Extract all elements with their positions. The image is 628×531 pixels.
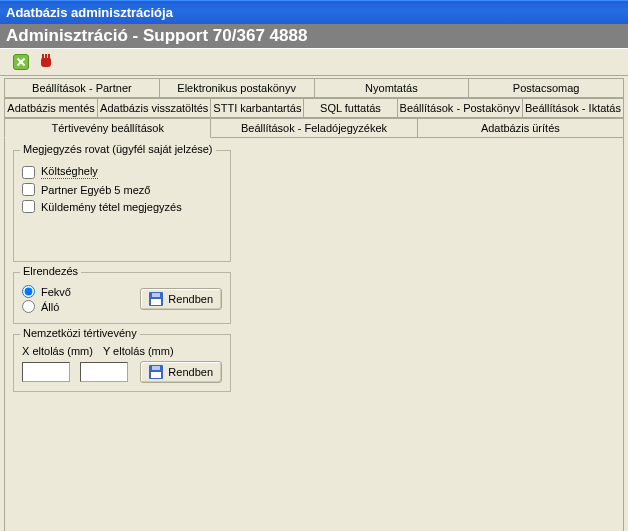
tab-elektronikus-postakonyv[interactable]: Elektronikus postakönyv xyxy=(159,78,315,98)
checkbox-label: Küldemény tétel megjegyzés xyxy=(41,201,182,213)
rendben-button-layout[interactable]: Rendben xyxy=(140,288,222,310)
tab-beallitasok-feladojegyzekek[interactable]: Beállítások - Feladójegyzékek xyxy=(210,118,417,138)
button-label: Rendben xyxy=(168,293,213,305)
group-title: Nemzetközi tértivevény xyxy=(20,327,140,339)
save-icon xyxy=(149,365,163,379)
tab-beallitasok-iktatas[interactable]: Beállítások - Iktatás xyxy=(522,98,624,118)
group-elrendezes: Elrendezés Fekvő Álló Rendben xyxy=(13,272,231,324)
radio-row-fekvo: Fekvő xyxy=(22,285,71,298)
checkbox-label: Partner Egyéb 5 mező xyxy=(41,184,150,196)
rendben-button-intl[interactable]: Rendben xyxy=(140,361,222,383)
group-title: Elrendezés xyxy=(20,265,81,277)
tab-panel: Megjegyzés rovat (ügyfél saját jelzése) … xyxy=(4,138,624,531)
save-icon xyxy=(149,292,163,306)
toolbar xyxy=(0,48,628,76)
checkbox-row-koltseghely: Költséghely xyxy=(22,165,222,179)
y-offset-input[interactable] xyxy=(80,362,128,382)
tab-postacsomag[interactable]: Postacsomag xyxy=(468,78,624,98)
radio-allo[interactable] xyxy=(22,300,35,313)
close-icon xyxy=(13,54,29,70)
window-title: Adatbázis adminisztrációja xyxy=(6,5,173,20)
group-megjegyzes-rovat: Megjegyzés rovat (ügyfél saját jelzése) … xyxy=(13,150,231,262)
tabs: Beállítások - Partner Elektronikus posta… xyxy=(0,76,628,138)
checkbox-row-kuldemeny-megjegyzes: Küldemény tétel megjegyzés xyxy=(22,200,222,213)
tab-adatbazis-urites[interactable]: Adatbázis ürítés xyxy=(417,118,624,138)
checkbox-label: Költséghely xyxy=(41,165,98,179)
tab-beallitasok-partner[interactable]: Beállítások - Partner xyxy=(4,78,160,98)
radio-label: Fekvő xyxy=(41,286,71,298)
tab-adatbazis-visszatoltes[interactable]: Adatbázis visszatöltés xyxy=(97,98,211,118)
tab-tertiveveny-beallitasok[interactable]: Tértivevény beállítások xyxy=(4,118,211,138)
radio-fekvo[interactable] xyxy=(22,285,35,298)
close-button[interactable] xyxy=(12,53,30,71)
group-nemzetkozi-tertiveveny: Nemzetközi tértivevény X eltolás (mm) Y … xyxy=(13,334,231,392)
window-titlebar: Adatbázis adminisztrációja xyxy=(0,0,628,24)
radio-row-allo: Álló xyxy=(22,300,71,313)
hand-stop-icon xyxy=(39,54,55,70)
group-title: Megjegyzés rovat (ügyfél saját jelzése) xyxy=(20,143,216,155)
stop-button[interactable] xyxy=(38,53,56,71)
checkbox-kuldemeny-tetel-megjegyzes[interactable] xyxy=(22,200,35,213)
tab-stti-karbantartas[interactable]: STTI karbantartás xyxy=(210,98,304,118)
x-offset-input[interactable] xyxy=(22,362,70,382)
window-subtitle-bar: Adminisztráció - Support 70/367 4888 xyxy=(0,24,628,48)
tab-row-2: Adatbázis mentés Adatbázis visszatöltés … xyxy=(4,98,624,118)
tab-adatbazis-mentes[interactable]: Adatbázis mentés xyxy=(4,98,98,118)
tab-row-3: Tértivevény beállítások Beállítások - Fe… xyxy=(4,118,624,138)
tab-row-1: Beállítások - Partner Elektronikus posta… xyxy=(4,78,624,98)
tab-beallitasok-postakonyv[interactable]: Beállítások - Postakönyv xyxy=(397,98,523,118)
tab-sql-futtatas[interactable]: SQL futtatás xyxy=(303,98,397,118)
checkbox-row-partner-egyeb: Partner Egyéb 5 mező xyxy=(22,183,222,196)
checkbox-partner-egyeb-5[interactable] xyxy=(22,183,35,196)
window-subtitle: Adminisztráció - Support 70/367 4888 xyxy=(6,26,307,46)
button-label: Rendben xyxy=(168,366,213,378)
radio-label: Álló xyxy=(41,301,59,313)
x-offset-label: X eltolás (mm) xyxy=(22,345,93,357)
y-offset-label: Y eltolás (mm) xyxy=(103,345,174,357)
tab-nyomtatas[interactable]: Nyomtatás xyxy=(314,78,470,98)
checkbox-koltseghely[interactable] xyxy=(22,166,35,179)
